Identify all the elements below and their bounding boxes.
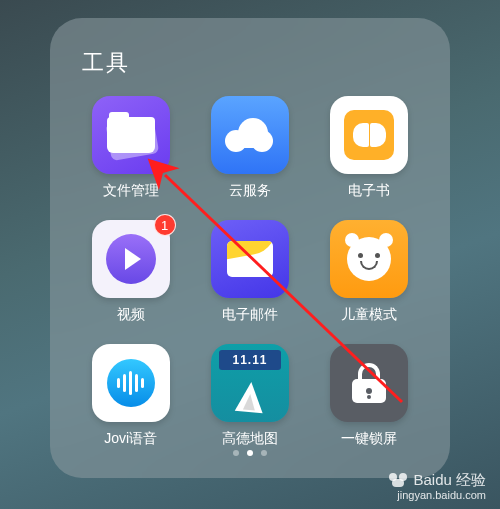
map-icon: 11.11 — [211, 344, 289, 422]
folder-icon — [92, 96, 170, 174]
app-jovi-voice[interactable]: Jovi语音 — [76, 344, 185, 448]
app-cloud-service[interactable]: 云服务 — [195, 96, 304, 200]
page-indicator[interactable] — [76, 450, 424, 456]
app-lock-screen[interactable]: 一键锁屏 — [315, 344, 424, 448]
app-label: 电子书 — [348, 182, 390, 200]
cloud-icon — [211, 96, 289, 174]
mail-icon — [211, 220, 289, 298]
app-label: 儿童模式 — [341, 306, 397, 324]
map-promo-banner: 11.11 — [219, 350, 281, 370]
app-label: Jovi语音 — [104, 430, 157, 448]
app-file-manager[interactable]: 文件管理 — [76, 96, 185, 200]
folder-title: 工具 — [82, 48, 424, 78]
voice-wave-icon — [92, 344, 170, 422]
watermark-brand: Baidu — [413, 471, 451, 488]
watermark-url: jingyan.baidu.com — [389, 489, 486, 503]
notification-badge: 1 — [154, 214, 176, 236]
app-amap[interactable]: 11.11 高德地图 — [195, 344, 304, 448]
app-label: 一键锁屏 — [341, 430, 397, 448]
app-ebook[interactable]: 电子书 — [315, 96, 424, 200]
book-icon — [330, 96, 408, 174]
play-icon: 1 — [92, 220, 170, 298]
child-icon — [330, 220, 408, 298]
lock-icon — [330, 344, 408, 422]
app-grid: 文件管理 云服务 电子书 1 视频 电子邮件 — [76, 96, 424, 448]
paw-icon — [389, 473, 407, 487]
watermark: Baidu 经验 jingyan.baidu.com — [389, 471, 486, 504]
app-email[interactable]: 电子邮件 — [195, 220, 304, 324]
watermark-suffix: 经验 — [456, 471, 486, 488]
tools-folder-panel: 工具 文件管理 云服务 电子书 1 视频 — [50, 18, 450, 478]
app-label: 电子邮件 — [222, 306, 278, 324]
app-video[interactable]: 1 视频 — [76, 220, 185, 324]
app-label: 视频 — [117, 306, 145, 324]
app-label: 文件管理 — [103, 182, 159, 200]
app-child-mode[interactable]: 儿童模式 — [315, 220, 424, 324]
app-label: 云服务 — [229, 182, 271, 200]
app-label: 高德地图 — [222, 430, 278, 448]
